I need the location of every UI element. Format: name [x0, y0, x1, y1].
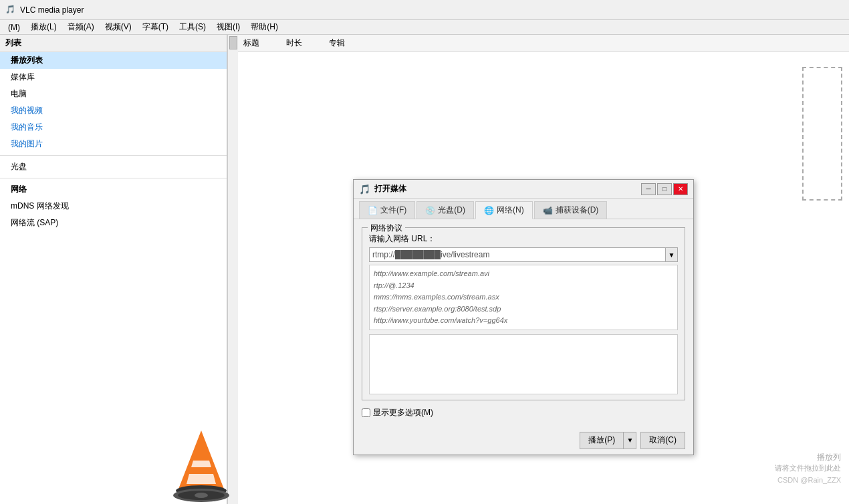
- tab-disc[interactable]: 💿 光盘(D): [416, 201, 474, 219]
- col-title: 标题: [243, 37, 259, 49]
- title-bar: 🎵 VLC media player: [0, 0, 849, 20]
- dialog-maximize-button[interactable]: □: [657, 183, 672, 195]
- menu-video[interactable]: 视频(V): [100, 20, 137, 34]
- watermark-drop-hint: 请将文件拖拉到此处: [775, 463, 841, 473]
- watermark-area: 播放列 请将文件拖拉到此处 CSDN @Rain_ZZX: [775, 452, 841, 484]
- vlc-logo: [171, 424, 231, 504]
- menu-subtitle[interactable]: 字幕(T): [137, 20, 174, 34]
- disc-icon: 💿: [425, 206, 435, 215]
- sidebar-item-computer[interactable]: 电脑: [0, 86, 227, 102]
- csdn-credit: CSDN @Rain_ZZX: [775, 476, 841, 484]
- url-input[interactable]: [369, 247, 666, 262]
- tab-capture[interactable]: 📹 捕获设备(D): [534, 201, 608, 219]
- dashed-drop-area: [802, 67, 842, 201]
- dialog-title: 打开媒体: [374, 183, 641, 195]
- menu-bar: (M) 播放(L) 音频(A) 视频(V) 字幕(T) 工具(S) 视图(I) …: [0, 20, 849, 35]
- sidebar-item-mdns[interactable]: mDNS 网络发现: [0, 198, 227, 215]
- play-button[interactable]: 播放(P) ▼: [580, 432, 636, 449]
- example-1: http://www.example.com/stream.avi: [374, 268, 673, 280]
- more-options-row: 显示更多选项(M): [362, 407, 685, 418]
- example-2: rtp://@.1234: [374, 280, 673, 292]
- url-input-row: ▼: [369, 247, 678, 262]
- sidebar-item-myvideos[interactable]: 我的视频: [0, 102, 227, 119]
- network-protocol-group: 网络协议 请输入网络 URL： ▼ http://www.example.com…: [362, 227, 685, 400]
- network-icon: 🌐: [484, 206, 494, 215]
- menu-help[interactable]: 帮助(H): [245, 20, 283, 34]
- dialog-footer: 播放(P) ▼ 取消(C): [354, 429, 693, 455]
- group-legend: 网络协议: [368, 223, 405, 234]
- url-examples: http://www.example.com/stream.avi rtp://…: [369, 265, 678, 330]
- dialog-tabs: 📄 文件(F) 💿 光盘(D) 🌐 网络(N) 📹 捕获设备(D): [354, 199, 693, 219]
- more-options-checkbox[interactable]: [362, 408, 370, 417]
- dialog-minimize-button[interactable]: ─: [641, 183, 656, 195]
- svg-marker-2: [187, 474, 216, 484]
- sidebar-item-disc[interactable]: 光盘: [0, 158, 227, 175]
- open-media-dialog: 🎵 打开媒体 ─ □ ✕ 📄 文件(F) 💿 光盘(D) 🌐 网络(N) 📹 捕…: [353, 179, 694, 455]
- svg-marker-1: [191, 461, 211, 467]
- sidebar-item-playlist[interactable]: 播放列表: [0, 52, 227, 69]
- menu-tools[interactable]: 工具(S): [174, 20, 211, 34]
- url-dropdown-button[interactable]: ▼: [666, 247, 678, 262]
- sidebar-item-mypictures[interactable]: 我的图片: [0, 136, 227, 152]
- sidebar-divider-2: [0, 178, 227, 178]
- content-header: 标题 时长 专辑: [238, 35, 849, 52]
- col-duration: 时长: [286, 37, 302, 49]
- menu-m[interactable]: (M): [3, 21, 25, 33]
- example-4: rtsp://server.example.org:8080/test.sdp: [374, 303, 673, 316]
- vlc-icon: 🎵: [5, 5, 16, 15]
- more-options-label: 显示更多选项(M): [373, 407, 433, 418]
- cancel-button[interactable]: 取消(C): [640, 432, 685, 449]
- play-dropdown-arrow[interactable]: ▼: [624, 432, 636, 449]
- scrollbar-thumb[interactable]: [229, 36, 237, 49]
- watermark-line1: 播放列: [775, 452, 841, 463]
- title-bar-text: VLC media player: [20, 5, 84, 15]
- dialog-icon: 🎵: [359, 184, 370, 195]
- sidebar-section-header: 列表: [0, 35, 227, 52]
- menu-view[interactable]: 视图(I): [211, 20, 245, 34]
- svg-point-6: [195, 493, 208, 498]
- tab-file[interactable]: 📄 文件(F): [359, 201, 415, 219]
- dialog-window-controls: ─ □ ✕: [641, 183, 688, 195]
- tab-disc-label: 光盘(D): [438, 205, 465, 216]
- menu-audio[interactable]: 音频(A): [62, 20, 100, 34]
- sidebar-item-medialibrary[interactable]: 媒体库: [0, 69, 227, 86]
- dialog-content: 网络协议 请输入网络 URL： ▼ http://www.example.com…: [354, 219, 693, 429]
- example-3: mms://mms.examples.com/stream.asx: [374, 291, 673, 303]
- sidebar-item-network[interactable]: 网络: [0, 181, 227, 198]
- capture-icon: 📹: [543, 206, 553, 215]
- sidebar-item-sap[interactable]: 网络流 (SAP): [0, 215, 227, 231]
- dialog-titlebar: 🎵 打开媒体 ─ □ ✕: [354, 180, 693, 199]
- tab-file-label: 文件(F): [380, 205, 406, 216]
- tab-network-label: 网络(N): [497, 205, 524, 216]
- url-label: 请输入网络 URL：: [369, 233, 678, 245]
- tab-capture-label: 捕获设备(D): [556, 205, 599, 216]
- play-button-label: 播放(P): [580, 432, 624, 449]
- sidebar-item-mymusic[interactable]: 我的音乐: [0, 119, 227, 136]
- example-5: http://www.yourtube.com/watch?v=gg64x: [374, 315, 673, 327]
- dialog-close-button[interactable]: ✕: [673, 183, 688, 195]
- extra-content-box: [369, 334, 678, 394]
- col-album: 专辑: [329, 37, 345, 49]
- tab-network[interactable]: 🌐 网络(N): [475, 201, 533, 219]
- menu-play[interactable]: 播放(L): [25, 20, 62, 34]
- sidebar-divider-1: [0, 155, 227, 156]
- file-icon: 📄: [368, 206, 378, 215]
